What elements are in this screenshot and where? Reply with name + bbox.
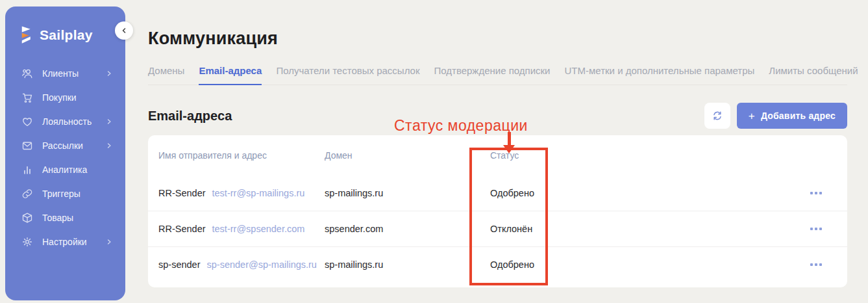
sidebar-item-label: Триггеры bbox=[42, 189, 81, 199]
add-address-label: Добавить адрес bbox=[761, 111, 836, 121]
sidebar-item-label: Лояльность bbox=[42, 116, 92, 127]
sender-name: sp-sender bbox=[158, 259, 200, 270]
plus-icon: + bbox=[749, 111, 755, 122]
sender-name: RR-Sender bbox=[158, 188, 206, 198]
sailplay-logo-icon bbox=[21, 26, 32, 44]
tab-bar: Домены Email-адреса Получатели тестовых … bbox=[148, 65, 847, 85]
column-header-sender: Имя отправителя и адрес bbox=[158, 150, 325, 161]
chevron-right-icon bbox=[106, 70, 112, 77]
refresh-icon bbox=[712, 110, 723, 122]
sender-email-link[interactable]: test-rr@spsender.com bbox=[212, 224, 305, 234]
tab-message-limits[interactable]: Лимиты сообщений bbox=[769, 65, 858, 76]
domain-cell: sp-mailings.ru bbox=[325, 188, 490, 198]
sidebar-item-label: Товары bbox=[42, 213, 73, 223]
row-menu-button[interactable] bbox=[798, 224, 834, 234]
domain-cell: spsender.com bbox=[325, 224, 490, 234]
column-header-domain: Домен bbox=[325, 150, 490, 161]
row-menu-button[interactable] bbox=[798, 188, 834, 198]
section-actions: + Добавить адрес bbox=[704, 103, 847, 129]
sidebar-item-products[interactable]: Товары bbox=[5, 205, 125, 230]
annotation-arrow-down-icon bbox=[503, 132, 515, 153]
chevron-right-icon bbox=[106, 142, 112, 149]
sidebar-item-clients[interactable]: Клиенты bbox=[5, 61, 125, 85]
cart-icon bbox=[21, 92, 33, 103]
logo: Sailplay bbox=[5, 7, 125, 47]
link-icon bbox=[21, 188, 33, 200]
sender-email-link[interactable]: sp-sender@sp-mailings.ru bbox=[206, 259, 316, 270]
sidebar-item-label: Аналитика bbox=[42, 165, 87, 175]
tab-subscription-confirmation[interactable]: Подтверждение подписки bbox=[434, 65, 550, 76]
gear-icon bbox=[21, 236, 33, 248]
refresh-button[interactable] bbox=[704, 103, 730, 129]
sidebar-collapse-button[interactable] bbox=[115, 21, 133, 40]
sidebar-item-label: Настройки bbox=[42, 237, 87, 247]
sidebar-item-analytics[interactable]: Аналитика bbox=[5, 157, 125, 181]
chevron-left-icon bbox=[119, 26, 129, 35]
heart-icon bbox=[21, 116, 33, 127]
chevron-right-icon bbox=[106, 118, 112, 125]
sidebar-item-triggers[interactable]: Триггеры bbox=[5, 181, 125, 205]
sidebar-item-label: Рассылки bbox=[42, 140, 83, 151]
tab-utm-params[interactable]: UTM-метки и дополнительные параметры bbox=[565, 65, 755, 76]
sidebar-item-mailings[interactable]: Рассылки bbox=[5, 133, 125, 157]
package-icon bbox=[21, 212, 33, 224]
sidebar-item-loyalty[interactable]: Лояльность bbox=[5, 109, 125, 133]
mail-icon bbox=[21, 140, 33, 152]
sidebar-nav: Клиенты Покупки Лояльность bbox=[5, 61, 125, 254]
tab-domains[interactable]: Домены bbox=[148, 65, 184, 76]
sidebar-item-settings[interactable]: Настройки bbox=[5, 230, 125, 254]
sidebar-item-label: Покупки bbox=[42, 92, 77, 103]
page-title: Коммуникация bbox=[148, 29, 847, 49]
sidebar-item-label: Клиенты bbox=[42, 68, 79, 79]
logo-text: Sailplay bbox=[40, 27, 93, 43]
tab-test-recipients[interactable]: Получатели тестовых рассылок bbox=[276, 65, 419, 76]
row-menu-button[interactable] bbox=[798, 259, 834, 270]
tab-email-addresses[interactable]: Email-адреса bbox=[199, 65, 262, 76]
sidebar-item-purchases[interactable]: Покупки bbox=[5, 85, 125, 109]
sidebar: Sailplay Клиенты bbox=[5, 7, 125, 300]
chart-icon bbox=[21, 164, 33, 176]
section-title: Email-адреса bbox=[148, 109, 232, 124]
sender-name: RR-Sender bbox=[158, 224, 206, 234]
annotation-highlight-rectangle bbox=[469, 148, 548, 285]
domain-cell: sp-mailings.ru bbox=[325, 259, 490, 270]
sender-email-link[interactable]: test-rr@sp-mailings.ru bbox=[212, 188, 305, 198]
add-address-button[interactable]: + Добавить адрес bbox=[737, 103, 847, 129]
chevron-right-icon bbox=[106, 239, 112, 245]
users-icon bbox=[21, 68, 33, 79]
